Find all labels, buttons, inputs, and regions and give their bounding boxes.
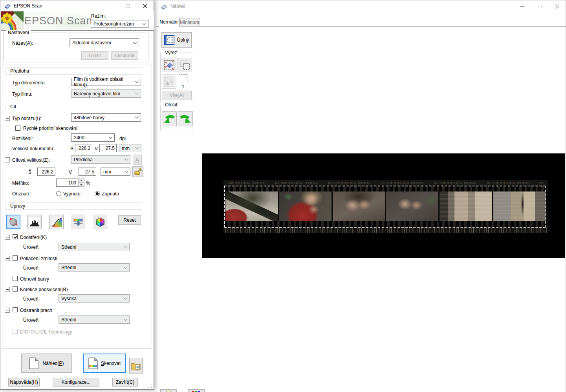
- image-type-select[interactable]: 48bitové barvy: [71, 113, 141, 122]
- marquee-count: 1: [179, 84, 187, 89]
- preview-window: Náhled Normální Miniatura Úplný Výřez: [156, 0, 566, 392]
- full-preview-button[interactable]: Úplný: [161, 32, 192, 48]
- backlight-checkbox[interactable]: [13, 286, 18, 292]
- histogram-icon: [29, 217, 40, 227]
- resolution-select[interactable]: 2400: [71, 133, 115, 142]
- rotate-left-button[interactable]: [162, 111, 177, 126]
- maximize-icon: [119, 0, 136, 11]
- sharpen-level-select[interactable]: Střední: [59, 243, 130, 251]
- densitometer-button[interactable]: [188, 389, 205, 392]
- color-restore-checkbox[interactable]: [13, 276, 18, 281]
- backlight-level-label: Úroveň:: [23, 296, 40, 302]
- sharpen-checkbox[interactable]: [13, 234, 18, 239]
- minimize-icon[interactable]: [102, 0, 119, 11]
- trim-on-radio[interactable]: [95, 191, 100, 196]
- delete-button: Odstranit: [111, 51, 138, 60]
- chevron-down-icon: [124, 296, 128, 300]
- all-marquees-button: Vše(A): [162, 91, 192, 100]
- mode-select[interactable]: Profesionální režim: [91, 20, 148, 28]
- delete-marquee-button[interactable]: [162, 58, 176, 72]
- scan-preview-canvas[interactable]: 19KODAK PORTRA 400 18KODAK PORTRA 400 17…: [202, 153, 565, 258]
- backlight-expander[interactable]: [5, 287, 10, 292]
- preview-titlebar[interactable]: Náhled: [156, 0, 566, 12]
- tone-curve-icon: [51, 217, 62, 227]
- auto-exposure-button[interactable]: [6, 215, 20, 229]
- doc-type-select[interactable]: Film (s vodítkem oblasti filmu)): [71, 78, 141, 86]
- stepper-up-icon[interactable]: [78, 179, 84, 183]
- image-type-expander[interactable]: [5, 116, 10, 121]
- settings-group-title: Nastavení: [6, 30, 31, 35]
- target-width-field[interactable]: [37, 168, 55, 176]
- rotate-right-button[interactable]: [178, 111, 193, 126]
- close-icon[interactable]: [548, 0, 566, 12]
- duplicate-marquee-button[interactable]: [178, 58, 192, 72]
- doc-height-field[interactable]: [99, 144, 117, 152]
- grain-expander[interactable]: [5, 256, 10, 261]
- preview-button[interactable]: Náhled(P): [21, 354, 72, 373]
- reset-button[interactable]: Reset: [118, 215, 141, 225]
- scale-stepper[interactable]: [78, 179, 84, 187]
- film-type-select[interactable]: Barevný negativní film: [71, 89, 141, 98]
- grain-label: Potlačení zrnitosti: [20, 256, 57, 261]
- minimize-icon[interactable]: [514, 0, 531, 12]
- dust-level-value: Střední: [61, 317, 77, 323]
- mode-label: Režim:: [91, 13, 106, 19]
- scan-titlebar[interactable]: EPSON Scan: [0, 0, 154, 11]
- full-area-icon: [164, 35, 174, 45]
- grain-checkbox[interactable]: [13, 255, 18, 261]
- grain-level-value: Střední: [61, 265, 77, 270]
- lock-button[interactable]: [132, 166, 143, 177]
- selection-marquee[interactable]: [224, 186, 546, 228]
- tab-normal[interactable]: Normální: [159, 17, 180, 27]
- tab-thumbnail[interactable]: Miniatura: [180, 18, 200, 27]
- close-icon[interactable]: [136, 0, 154, 11]
- trim-off-radio[interactable]: [56, 191, 61, 196]
- maximize-icon: [531, 0, 548, 12]
- trim-off-label: Vypnuto: [63, 191, 81, 197]
- mode-value: Profesionální režim: [93, 21, 134, 27]
- target-height-field[interactable]: [79, 168, 96, 176]
- configuration-button[interactable]: Konfigurace...: [53, 378, 99, 387]
- target-size-select[interactable]: Předloha: [71, 155, 130, 164]
- stepper-down-icon[interactable]: [78, 183, 84, 187]
- resize-grip[interactable]: [148, 384, 152, 388]
- epson-logo-text: EPSON Scan: [24, 15, 93, 27]
- chevron-down-icon: [136, 146, 139, 150]
- doc-unit-select[interactable]: mm: [119, 144, 141, 152]
- rotate-left-icon: [163, 113, 175, 125]
- marquee-indicator[interactable]: [179, 75, 187, 83]
- close-button[interactable]: Zavřít(C): [112, 378, 138, 387]
- doc-type-label: Typ dokumentu:: [12, 80, 46, 86]
- color-palette-button[interactable]: [93, 215, 107, 229]
- rotate-group-title: Otočit: [163, 102, 179, 108]
- histogram-button[interactable]: [27, 215, 42, 229]
- bottom-toolbar-divider: [156, 387, 566, 387]
- sharpen-expander[interactable]: [5, 235, 10, 240]
- chevron-down-icon: [135, 115, 139, 119]
- scan-button[interactable]: Skenovat: [83, 354, 126, 373]
- preview-window-title: Náhled: [170, 4, 185, 9]
- destination-section-header: Cíl: [5, 103, 142, 110]
- scale-field[interactable]: [56, 179, 78, 187]
- chevron-down-icon: [124, 244, 128, 248]
- sharpen-level-label: Úroveň:: [23, 244, 40, 250]
- tone-curve-button[interactable]: [49, 215, 64, 229]
- help-button[interactable]: Nápověda(H): [8, 378, 40, 387]
- dust-checkbox[interactable]: [13, 307, 18, 312]
- grain-level-select: Střední: [59, 263, 130, 272]
- zoom-tool-button[interactable]: [160, 389, 177, 392]
- target-height-symbol: V: [69, 170, 72, 175]
- trim-on-label: Zapnuto: [102, 191, 119, 197]
- doc-width-field[interactable]: [75, 144, 92, 152]
- target-unit-select[interactable]: mm: [101, 168, 130, 176]
- auto-locate-icon: [164, 76, 175, 87]
- fast-preview-checkbox[interactable]: [15, 126, 20, 131]
- desktop: EPSON Scan EPSON Scan: [0, 0, 566, 392]
- epson-scan-window: EPSON Scan EPSON Scan: [0, 0, 154, 390]
- file-save-settings-button[interactable]: [129, 358, 143, 374]
- settings-name-select[interactable]: Aktuální nastavení: [70, 38, 139, 47]
- image-adjustment-button[interactable]: [71, 215, 85, 229]
- chevron-down-icon: [135, 91, 139, 95]
- dust-expander[interactable]: [5, 308, 10, 313]
- target-size-expander[interactable]: [5, 157, 10, 162]
